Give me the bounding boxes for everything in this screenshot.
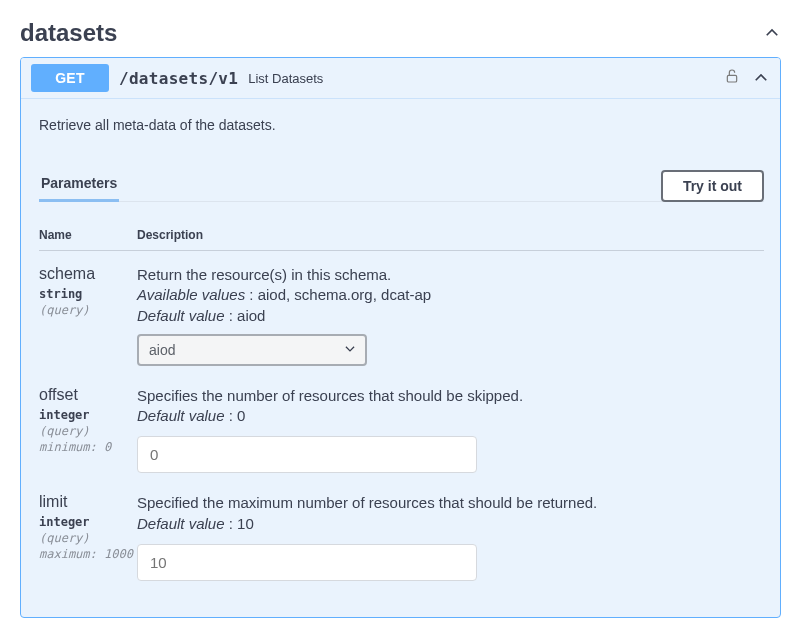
param-constraint: minimum: 0 (39, 440, 137, 454)
param-name: schema (39, 265, 137, 283)
operation-description: Retrieve all meta-data of the datasets. (39, 117, 764, 133)
operation-summary[interactable]: GET /datasets/v1 List Datasets (21, 58, 780, 99)
default-value: : 0 (225, 407, 246, 424)
schema-select-wrap: aiod (137, 334, 367, 366)
schema-select[interactable]: aiod (137, 334, 367, 366)
default-value: : aiod (225, 307, 266, 324)
col-header-description: Description (137, 228, 203, 242)
chevron-up-icon (763, 24, 781, 42)
param-in: (query) (39, 303, 137, 317)
svg-rect-0 (727, 75, 736, 82)
chevron-up-icon[interactable] (752, 69, 770, 87)
section-header[interactable]: datasets (20, 15, 781, 57)
param-row-schema: schema string (query) Return the resourc… (39, 265, 764, 366)
default-value-label: Default value (137, 307, 225, 324)
col-header-name: Name (39, 228, 137, 242)
param-name: offset (39, 386, 137, 404)
method-badge: GET (31, 64, 109, 92)
default-value-label: Default value (137, 407, 225, 424)
param-in: (query) (39, 424, 137, 438)
tab-row: Parameters Try it out (39, 161, 764, 202)
available-values: : aiod, schema.org, dcat-ap (245, 286, 431, 303)
limit-input[interactable] (137, 544, 477, 581)
param-type: string (39, 287, 137, 301)
available-values-label: Available values (137, 286, 245, 303)
default-value: : 10 (225, 515, 254, 532)
operation-body: Retrieve all meta-data of the datasets. … (21, 99, 780, 617)
param-type: integer (39, 408, 137, 422)
try-it-out-button[interactable]: Try it out (661, 170, 764, 202)
default-value-label: Default value (137, 515, 225, 532)
section-title: datasets (20, 19, 117, 47)
offset-input[interactable] (137, 436, 477, 473)
param-desc: Return the resource(s) in this schema. (137, 265, 764, 285)
operation-summary-text: List Datasets (248, 71, 323, 86)
param-row-offset: offset integer (query) minimum: 0 Specif… (39, 386, 764, 474)
param-in: (query) (39, 531, 137, 545)
param-desc: Specifies the number of resources that s… (137, 386, 764, 406)
operation-block: GET /datasets/v1 List Datasets Retrieve … (20, 57, 781, 618)
table-header-row: Name Description (39, 228, 764, 251)
param-desc: Specified the maximum number of resource… (137, 493, 764, 513)
param-constraint: maximum: 1000 (39, 547, 137, 561)
unlock-icon[interactable] (724, 67, 740, 89)
param-row-limit: limit integer (query) maximum: 1000 Spec… (39, 493, 764, 581)
divider (39, 201, 764, 202)
parameters-table: Name Description schema string (query) R… (39, 228, 764, 581)
tab-parameters[interactable]: Parameters (39, 169, 119, 202)
param-type: integer (39, 515, 137, 529)
param-name: limit (39, 493, 137, 511)
operation-path: /datasets/v1 (119, 69, 238, 88)
